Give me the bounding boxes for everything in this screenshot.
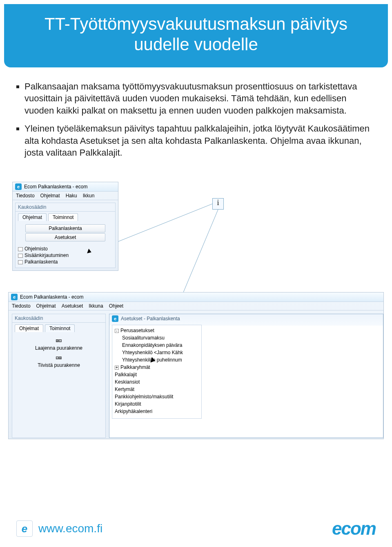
settings-window-title: Asetukset - Palkanlaskenta <box>121 316 180 322</box>
window-titlebar: e Ecom Palkanlaskenta - ecom <box>13 182 118 192</box>
panel-title: Kaukosäädin <box>12 314 105 323</box>
menu-item[interactable]: Ikkun <box>83 193 95 199</box>
tab-ohjelmat[interactable]: Ohjelmat <box>18 213 47 221</box>
app-icon: e <box>11 294 18 300</box>
menubar: Tiedosto Ohjelmat Haku Ikkun <box>13 192 118 200</box>
app-icon: e <box>112 315 118 322</box>
tree-node[interactable]: Yhteyshenkilön puhelinnum <box>115 356 199 364</box>
tab-ohjelmat[interactable]: Ohjelmat <box>15 324 43 332</box>
ecom-logo-icon: e <box>16 520 33 537</box>
tree-expand-icon: ⊞⊟ <box>12 338 105 344</box>
button-palkanlaskenta[interactable]: Palkanlaskenta <box>25 224 105 232</box>
tree-node[interactable]: Ennakonpidätyksen päivära <box>115 342 199 349</box>
tree-item[interactable]: Sisäänkirjautuminen <box>18 252 113 259</box>
tab-toiminnot[interactable]: Toiminnot <box>45 324 75 332</box>
tree-node[interactable]: Kirjanpitotilit <box>115 400 199 408</box>
tree-node[interactable]: Palkkalajit <box>115 371 199 378</box>
window-title: Ecom Palkanlaskenta - ecom <box>24 184 87 190</box>
menu-item[interactable]: Asetukset <box>62 303 83 309</box>
menu-item[interactable]: Ohjelmat <box>40 193 60 199</box>
footer: e www.ecom.fi ecom <box>0 514 392 543</box>
expand-tree-button[interactable]: ⊞⊟ Laajenna puurakenne <box>12 335 105 353</box>
menubar: Tiedosto Ohjelmat Asetukset Ikkuna Ohjee… <box>9 302 383 310</box>
callout-box: i <box>212 198 224 210</box>
tree-item[interactable]: Palkanlaskenta <box>18 259 113 265</box>
tree-node-root[interactable]: -Perusasetukset <box>115 327 199 334</box>
tree-node[interactable]: Sosiaaliturvamaksu <box>115 334 199 342</box>
menu-item[interactable]: Tiedosto <box>12 303 31 309</box>
menu-item[interactable]: Tiedosto <box>16 193 35 199</box>
tree-item[interactable]: Ohjelmisto <box>18 246 113 252</box>
tree-list: Ohjelmisto Sisäänkirjautuminen Palkanlas… <box>16 245 115 268</box>
footer-url: www.ecom.fi <box>38 522 102 535</box>
menu-item[interactable]: Ikkuna <box>89 303 103 309</box>
ecom-logo-text: ecom <box>332 518 376 539</box>
menu-item[interactable]: Ohjeet <box>109 303 123 309</box>
window-title: Ecom Palkanlaskenta - ecom <box>20 294 83 300</box>
tree-collapse-icon: ⊟⊞ <box>12 355 105 361</box>
tab-toiminnot[interactable]: Toiminnot <box>48 213 78 221</box>
menu-item[interactable]: Ohjelmat <box>36 303 56 309</box>
menu-item[interactable]: Haku <box>66 193 77 199</box>
expand-icon[interactable]: + <box>115 366 119 370</box>
screenshot-settings-window: e Ecom Palkanlaskenta - ecom Tiedosto Oh… <box>8 292 384 439</box>
button-asetukset[interactable]: Asetukset <box>25 233 105 241</box>
screenshot-remote-panel: e Ecom Palkanlaskenta - ecom Tiedosto Oh… <box>12 182 118 271</box>
bullet-item: Yleinen työeläkemaksun päivitys tapahtuu… <box>24 123 376 159</box>
bullet-item: Palkansaajan maksama työttömyysvakuutusm… <box>24 80 376 117</box>
tree-node[interactable]: Keskiansiot <box>115 378 199 386</box>
tree-node[interactable]: Yhteyshenkilö <Jarmo Kähk <box>115 349 199 356</box>
collapse-tree-button[interactable]: ⊟⊞ Tiivistä puurakenne <box>12 353 105 370</box>
tree-node[interactable]: Pankkiohjelmisto/maksutilit <box>115 393 199 400</box>
tree-node[interactable]: Arkipyhäkalenteri <box>115 408 199 415</box>
settings-tree: -Perusasetukset Sosiaaliturvamaksu Ennak… <box>112 325 202 419</box>
bullet-list: Palkansaajan maksama työttömyysvakuutusm… <box>0 76 392 173</box>
tree-node[interactable]: Kertymät <box>115 386 199 393</box>
window-titlebar: e Ecom Palkanlaskenta - ecom <box>9 292 383 302</box>
panel-title: Kaukosäädin <box>16 203 115 212</box>
collapse-icon[interactable]: - <box>115 329 119 333</box>
app-icon: e <box>15 183 22 190</box>
settings-window-titlebar: e Asetukset - Palkanlaskenta <box>109 314 383 323</box>
page-title: TT-Työttömyysvakuutusmaksun päivitys uud… <box>4 4 388 67</box>
tree-node[interactable]: +Palkkaryhmät <box>115 364 199 371</box>
